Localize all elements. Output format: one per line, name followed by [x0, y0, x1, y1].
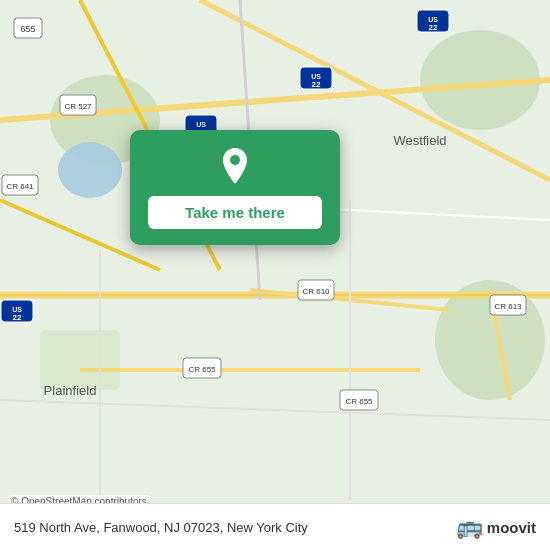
svg-text:US: US	[12, 306, 22, 313]
svg-text:CR 613: CR 613	[494, 302, 522, 311]
moovit-icon: 🚌	[456, 514, 483, 540]
take-me-there-button[interactable]: Take me there	[148, 196, 322, 229]
svg-point-50	[230, 155, 240, 165]
location-pin-icon	[213, 144, 257, 188]
svg-text:655: 655	[20, 24, 35, 34]
svg-text:US: US	[311, 73, 321, 80]
bottom-bar: 519 North Ave, Fanwood, NJ 07023, New Yo…	[0, 503, 550, 550]
map-svg: 655 CR 527 CR 641 US 22 US 22 US 22 CR 6…	[0, 0, 550, 550]
popup-card: Take me there	[130, 130, 340, 245]
svg-text:CR 641: CR 641	[6, 182, 34, 191]
svg-text:Plainfield: Plainfield	[44, 383, 97, 398]
svg-text:CR 527: CR 527	[64, 102, 92, 111]
svg-text:22: 22	[312, 80, 321, 89]
svg-text:22: 22	[429, 23, 438, 32]
svg-text:US: US	[196, 121, 206, 128]
svg-text:US: US	[428, 16, 438, 23]
svg-text:CR 610: CR 610	[302, 287, 330, 296]
moovit-logo: 🚌 moovit	[456, 514, 536, 540]
svg-text:22: 22	[13, 313, 22, 322]
svg-text:CR 655: CR 655	[188, 365, 216, 374]
address-label: 519 North Ave, Fanwood, NJ 07023, New Yo…	[14, 520, 308, 535]
moovit-text: moovit	[487, 519, 536, 536]
svg-text:CR 655: CR 655	[345, 397, 373, 406]
svg-rect-4	[40, 330, 120, 390]
svg-text:Westfield: Westfield	[393, 133, 446, 148]
svg-point-5	[58, 142, 122, 198]
map-container: 655 CR 527 CR 641 US 22 US 22 US 22 CR 6…	[0, 0, 550, 550]
